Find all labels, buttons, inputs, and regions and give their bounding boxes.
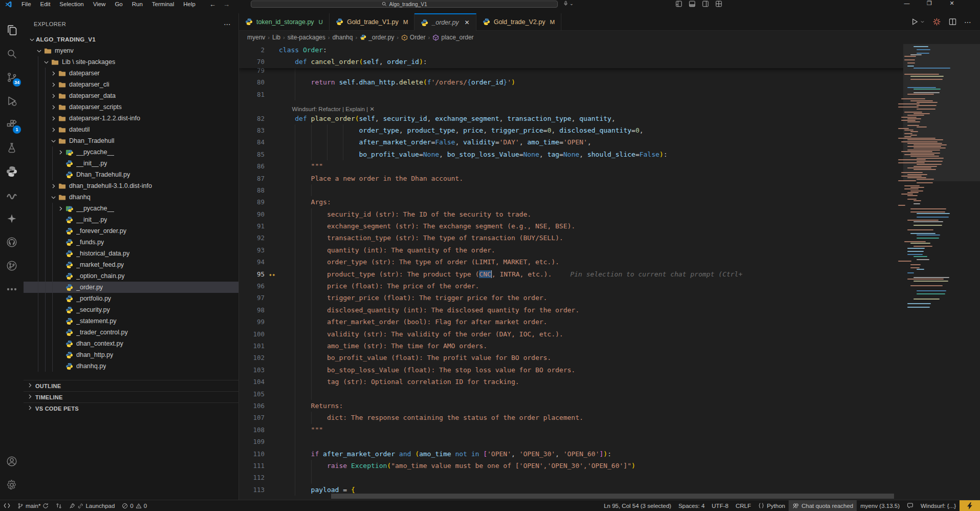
- tree-item-lib-site-packages[interactable]: Lib \ site-packages: [24, 56, 238, 68]
- minimap[interactable]: [903, 44, 980, 500]
- chevron-right-icon[interactable]: [56, 205, 64, 212]
- toggle-panel-icon[interactable]: [689, 1, 695, 7]
- tree-item--option-chain-py[interactable]: _option_chain.py: [24, 270, 238, 282]
- breadcrumb--order-py[interactable]: _order.py: [360, 34, 394, 41]
- window-minimize-button[interactable]: —: [903, 0, 910, 7]
- sidebar-section-outline[interactable]: OUTLINE: [24, 380, 238, 391]
- windsurf-sparkle-icon[interactable]: ✦✦: [269, 269, 275, 281]
- close-icon[interactable]: ✕: [465, 19, 470, 26]
- menu-edit[interactable]: Edit: [36, 1, 55, 8]
- run-dropdown-icon[interactable]: [920, 19, 925, 24]
- layout-grid-icon[interactable]: [715, 1, 722, 7]
- tree-item-dhanhq[interactable]: dhanhq: [24, 191, 238, 203]
- chevron-down-icon[interactable]: [49, 194, 57, 201]
- activity-ai-sparkle-icon[interactable]: [0, 207, 24, 230]
- tree-item-dhan-tradehull-3-1-0-dist-info[interactable]: dhan_tradehull-3.1.0.dist-info: [24, 180, 238, 191]
- chevron-right-icon[interactable]: [56, 149, 64, 156]
- breadcrumb-site-packages[interactable]: site-packages: [288, 34, 325, 41]
- menu-go[interactable]: Go: [110, 1, 127, 8]
- chevron-down-icon[interactable]: [28, 36, 36, 43]
- tree-item--pycache-[interactable]: __pycache__: [24, 203, 238, 214]
- menu-run[interactable]: Run: [127, 1, 147, 8]
- activity-code-tour-icon[interactable]: [0, 254, 24, 278]
- status-language-mode[interactable]: Python: [754, 500, 789, 511]
- breadcrumb-lib[interactable]: Lib: [272, 34, 280, 41]
- chevron-right-icon[interactable]: [49, 81, 57, 88]
- activity-explorer-icon[interactable]: [0, 18, 24, 42]
- status-git-branch[interactable]: main*: [14, 500, 52, 511]
- chevron-right-icon[interactable]: [49, 70, 57, 77]
- tree-item--order-py[interactable]: _order.py: [24, 282, 238, 293]
- activity-github-icon[interactable]: [0, 230, 24, 254]
- breadcrumb-myenv[interactable]: myenv: [247, 34, 265, 41]
- activity-settings-icon[interactable]: [0, 473, 24, 497]
- menu-file[interactable]: File: [17, 1, 36, 8]
- tree-item-dateparser-scripts[interactable]: dateparser_scripts: [24, 101, 238, 113]
- windsurf-alert-badge[interactable]: [960, 500, 980, 511]
- chevron-right-icon[interactable]: [49, 126, 57, 133]
- tree-item-dhan-http-py[interactable]: dhan_http.py: [24, 349, 238, 360]
- nav-forward-icon[interactable]: →: [223, 1, 230, 8]
- split-editor-icon[interactable]: [949, 18, 956, 26]
- tab-gold-trade-v1-py[interactable]: Gold_trade_V1.pyM: [330, 13, 415, 30]
- tree-item--pycache-[interactable]: __pycache__: [24, 146, 238, 158]
- run-button[interactable]: [911, 18, 925, 26]
- breadcrumb-dhanhq[interactable]: dhanhq: [332, 34, 353, 41]
- codelens-windsurf[interactable]: Windsurf: Refactor | Explain | ✕: [239, 100, 980, 112]
- status-problems[interactable]: 00: [118, 500, 150, 511]
- tab--order-py[interactable]: _order.py✕: [415, 13, 476, 31]
- menu-terminal[interactable]: Terminal: [147, 1, 179, 8]
- tree-item--init-py[interactable]: __init__.py: [24, 214, 238, 225]
- activity-windsurf-wave-icon[interactable]: [0, 183, 24, 207]
- menu-view[interactable]: View: [89, 1, 111, 8]
- activity-testing-icon[interactable]: [0, 136, 24, 160]
- chevron-down-icon[interactable]: [35, 48, 43, 54]
- command-center-search[interactable]: Algo_trading_V1: [251, 1, 558, 8]
- status-eol[interactable]: CRLF: [732, 500, 754, 511]
- tree-item-dateparser[interactable]: dateparser: [24, 68, 238, 79]
- activity-extensions-icon[interactable]: 1: [0, 113, 24, 136]
- tree-item--funds-py[interactable]: _funds.py: [24, 237, 238, 248]
- toggle-secondary-sidebar-icon[interactable]: [702, 1, 709, 7]
- tree-item--statement-py[interactable]: _statement.py: [24, 315, 238, 327]
- tree-item--security-py[interactable]: _security.py: [24, 304, 238, 315]
- status-feedback[interactable]: [903, 500, 917, 511]
- explorer-more-actions-icon[interactable]: ⋯: [224, 20, 231, 28]
- tree-item--market-feed-py[interactable]: _market_feed.py: [24, 259, 238, 270]
- status-remote-window[interactable]: [0, 500, 14, 511]
- windsurf-burst-icon[interactable]: [932, 17, 941, 26]
- tree-item-dateparser-cli[interactable]: dateparser_cli: [24, 79, 238, 90]
- status-indentation[interactable]: Spaces: 4: [675, 500, 708, 511]
- status-launchpad[interactable]: Launchpad: [66, 500, 118, 511]
- activity-more-icon[interactable]: [0, 278, 24, 301]
- tree-item-dhanhq-py[interactable]: dhanhq.py: [24, 360, 238, 372]
- code-editor[interactable]: 7980return self.dhan_http.delete(f'/orde…: [239, 44, 980, 500]
- window-maximize-button[interactable]: ❐: [926, 0, 933, 7]
- menu-help[interactable]: Help: [179, 1, 200, 8]
- horizontal-scrollbar[interactable]: [331, 494, 894, 499]
- status-compare-changes[interactable]: [52, 500, 66, 511]
- chevron-right-icon[interactable]: [49, 93, 57, 99]
- chevron-down-icon[interactable]: [42, 59, 50, 66]
- nav-back-icon[interactable]: ←: [209, 1, 216, 8]
- breadcrumb-place-order[interactable]: place_order: [432, 34, 473, 41]
- tab-gold-trade-v2-py[interactable]: Gold_trade_V2.pyM: [476, 13, 561, 30]
- activity-search-icon[interactable]: [0, 42, 24, 66]
- tree-item-dhan-tradehull-py[interactable]: Dhan_Tradehull.py: [24, 169, 238, 180]
- chevron-right-icon[interactable]: [49, 115, 57, 122]
- tree-item-dateutil[interactable]: dateutil: [24, 124, 238, 135]
- tree-item-myenv[interactable]: myenv: [24, 45, 238, 56]
- voice-chat-icon[interactable]: ⌄: [563, 1, 574, 6]
- tree-item--portfolio-py[interactable]: _portfolio.py: [24, 293, 238, 304]
- chevron-right-icon[interactable]: [49, 183, 57, 189]
- tree-item--forever-order-py[interactable]: _forever_order.py: [24, 225, 238, 237]
- chevron-down-icon[interactable]: [49, 138, 57, 144]
- sidebar-section-vs-code-pets[interactable]: VS CODE PETS: [24, 402, 238, 414]
- tree-item--historical-data-py[interactable]: _historical_data.py: [24, 248, 238, 259]
- window-close-button[interactable]: ✕: [948, 0, 955, 7]
- sidebar-section-timeline[interactable]: TIMELINE: [24, 391, 238, 402]
- activity-accounts-icon[interactable]: [0, 450, 24, 473]
- status-encoding[interactable]: UTF-8: [708, 500, 732, 511]
- tree-item-algo-trading-v1[interactable]: ALGO_TRADING_V1: [24, 34, 238, 45]
- status-copilot-chat-quota[interactable]: Chat quota reached: [789, 500, 857, 511]
